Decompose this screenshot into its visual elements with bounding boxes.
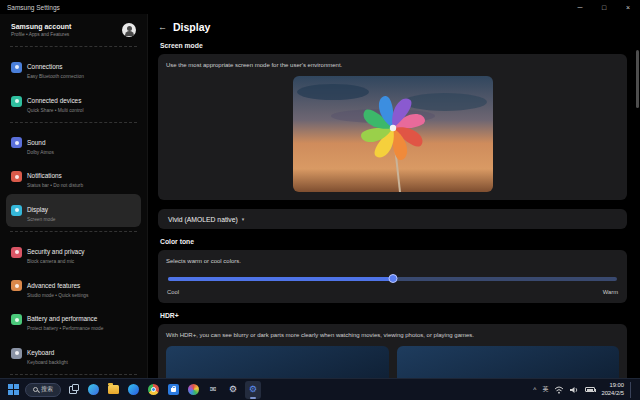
chrome-button[interactable] <box>145 381 161 399</box>
color-tone-card: Selects warm or cool colors. Cool Warm <box>158 250 627 303</box>
clock[interactable]: 19:00 2024/2/5 <box>601 382 624 397</box>
show-desktop-button[interactable] <box>630 382 633 398</box>
mail-icon: ✉ <box>210 385 217 394</box>
sidebar-item-display[interactable]: Display Screen mode <box>6 194 141 227</box>
maximize-button[interactable]: □ <box>592 0 616 14</box>
language-indicator[interactable]: 英 <box>542 385 548 394</box>
samsung-settings-window: Samsung Settings ─ □ × Samsung account P… <box>0 0 640 400</box>
sound-icon <box>11 137 22 148</box>
battery-icon <box>11 314 22 325</box>
sidebar-item-label: Security and privacy <box>27 248 85 255</box>
start-button[interactable] <box>5 381 21 399</box>
edge-button[interactable] <box>125 381 141 399</box>
widgets-button[interactable] <box>85 381 101 399</box>
sidebar-item-samsung-account[interactable]: Samsung account Profile • Apps and Featu… <box>6 19 141 42</box>
sidebar-item-label: Battery and performance <box>27 315 97 322</box>
cool-label: Cool <box>167 289 179 295</box>
sidebar-item-connections[interactable]: Connections Easy Bluetooth connection <box>6 51 141 84</box>
color-tone-description: Selects warm or cool colors. <box>166 258 619 264</box>
store-icon <box>168 384 179 395</box>
sidebar-item-label: Display <box>27 206 48 213</box>
mail-button[interactable]: ✉ <box>205 381 221 399</box>
chrome-icon <box>148 384 159 395</box>
hdr-sample-image <box>397 346 620 378</box>
color-tone-slider-fill <box>168 277 393 281</box>
window-title: Samsung Settings <box>7 4 60 11</box>
back-button[interactable]: ← <box>158 22 167 32</box>
hdr-description: With HDR+, you can see blurry or dark pa… <box>166 332 619 338</box>
gear-icon: ⚙ <box>229 385 237 394</box>
display-icon <box>11 205 22 216</box>
wifi-icon[interactable] <box>554 386 564 394</box>
task-view-icon <box>69 386 77 394</box>
sidebar-item-sub: Keyboard backlight <box>27 360 68 366</box>
tray-time: 19:00 <box>601 382 624 390</box>
sparkle-icon <box>11 280 22 291</box>
titlebar: Samsung Settings ─ □ × <box>0 0 640 14</box>
sidebar-item-sub: Protect battery • Performance mode <box>27 326 103 332</box>
sidebar-item-battery-and-performance[interactable]: Battery and performance Protect battery … <box>6 303 141 336</box>
screen-mode-dropdown[interactable]: Vivid (AMOLED native) ▾ <box>158 209 627 229</box>
folder-icon <box>108 385 119 394</box>
volume-icon[interactable] <box>570 386 579 394</box>
keyboard-icon <box>11 348 22 359</box>
shield-icon <box>11 247 22 258</box>
sidebar-item-sub: Easy Bluetooth connection <box>27 74 84 80</box>
minimize-button[interactable]: ─ <box>568 0 592 14</box>
bell-icon <box>11 171 22 182</box>
samsung-settings-taskbar-button[interactable]: ⚙ <box>245 381 261 399</box>
sidebar-item-sub: Dolby Atmos <box>27 150 54 156</box>
sidebar-item-connected-devices[interactable]: Connected devices Quick Share • Multi co… <box>6 85 141 118</box>
sidebar-item-label: Sound <box>27 139 45 146</box>
task-view-button[interactable] <box>65 381 81 399</box>
sidebar-item-sub: Quick Share • Multi control <box>27 108 84 114</box>
sidebar-item-keyboard[interactable]: Keyboard Keyboard backlight <box>6 337 141 370</box>
windows-settings-button[interactable]: ⚙ <box>225 381 241 399</box>
hidden-icons-chevron[interactable]: ^ <box>533 386 536 393</box>
account-subtitle: Profile • Apps and Features <box>11 32 71 37</box>
widgets-icon <box>88 384 99 395</box>
search-placeholder: 搜索 <box>41 385 53 394</box>
sidebar: Samsung account Profile • Apps and Featu… <box>0 14 148 378</box>
photos-button[interactable] <box>185 381 201 399</box>
avatar[interactable] <box>122 23 136 37</box>
color-tone-header: Color tone <box>160 238 625 245</box>
sidebar-item-sub: Status bar • Do not disturb <box>27 183 83 189</box>
photos-icon <box>188 384 199 395</box>
page-title: Display <box>173 21 210 33</box>
sidebar-item-sound[interactable]: Sound Dolby Atmos <box>6 127 141 160</box>
file-explorer-button[interactable] <box>105 381 121 399</box>
sidebar-item-label: Notifications <box>27 172 62 179</box>
search-icon <box>33 387 38 392</box>
close-button[interactable]: × <box>616 0 640 14</box>
tray-date: 2024/2/5 <box>601 390 624 398</box>
account-title: Samsung account <box>11 23 71 30</box>
chevron-down-icon: ▾ <box>242 216 245 222</box>
warm-label: Warm <box>603 289 618 295</box>
sidebar-divider <box>10 374 137 375</box>
connections-icon <box>11 62 22 73</box>
sidebar-divider <box>10 46 137 47</box>
sidebar-item-notifications[interactable]: Notifications Status bar • Do not distur… <box>6 160 141 193</box>
sidebar-divider <box>10 122 137 123</box>
sidebar-item-label: Connected devices <box>27 97 81 104</box>
sidebar-item-advanced-features[interactable]: Advanced features Studio mode • Quick se… <box>6 270 141 303</box>
screen-mode-header: Screen mode <box>160 42 625 49</box>
color-tone-slider[interactable] <box>168 277 617 281</box>
battery-icon[interactable] <box>585 387 595 392</box>
screen-mode-card: Use the most appropriate screen mode for… <box>158 54 627 200</box>
hdr-card: With HDR+, you can see blurry or dark pa… <box>158 324 627 378</box>
gear-icon: ⚙ <box>249 385 257 394</box>
taskbar-search-input[interactable]: 搜索 <box>25 383 61 397</box>
scrollbar-thumb[interactable] <box>636 50 639 108</box>
sidebar-item-security-and-privacy[interactable]: Security and privacy Block camera and mi… <box>6 236 141 269</box>
sidebar-item-sub: Studio mode • Quick settings <box>27 293 88 299</box>
sidebar-item-label: Connections <box>27 63 63 70</box>
taskbar: 搜索 ✉ ⚙ ⚙ ^ 英 <box>0 378 640 400</box>
color-tone-slider-thumb[interactable] <box>388 274 397 283</box>
sidebar-item-sub: Screen mode <box>27 217 56 223</box>
hdr-header: HDR+ <box>160 312 625 319</box>
store-button[interactable] <box>165 381 181 399</box>
pinwheel-sunset-photo <box>293 76 493 192</box>
sidebar-item-label: Keyboard <box>27 349 54 356</box>
